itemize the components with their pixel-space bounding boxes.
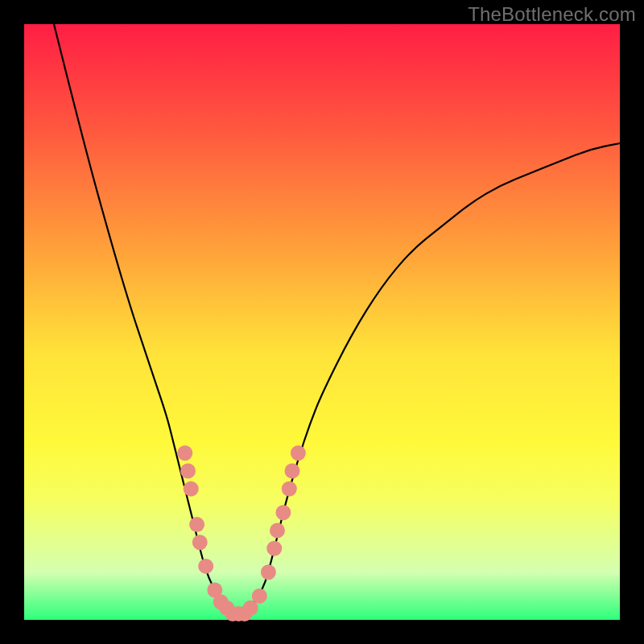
- marker-dot: [266, 541, 282, 556]
- chart-frame: TheBottleneck.com: [0, 0, 644, 644]
- marker-dot: [184, 481, 199, 497]
- curve-right-curve: [238, 143, 620, 614]
- marker-dot: [261, 564, 276, 580]
- curve-left-curve: [54, 24, 238, 614]
- marker-dot: [198, 559, 213, 574]
- chart-svg: [24, 24, 620, 620]
- marker-dot: [252, 588, 267, 604]
- marker-dot: [192, 535, 208, 550]
- watermark-text: TheBottleneck.com: [468, 3, 636, 26]
- marker-dot: [275, 505, 291, 520]
- marker-dot: [291, 445, 306, 460]
- marker-dot: [282, 481, 297, 497]
- marker-dot: [180, 464, 196, 479]
- marker-dot: [285, 464, 300, 479]
- marker-dot: [177, 445, 192, 460]
- marker-dot: [270, 523, 285, 539]
- marker-dot: [189, 517, 204, 532]
